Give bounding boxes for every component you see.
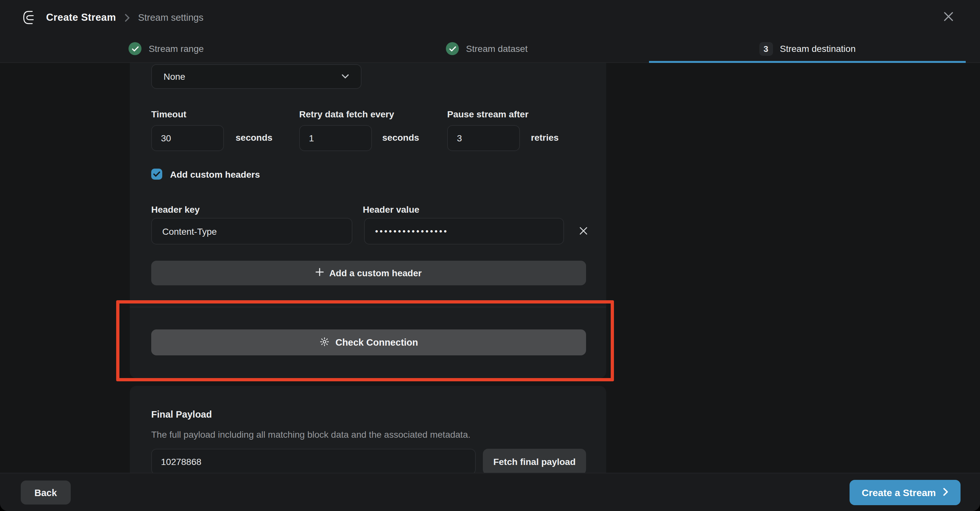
header-value-input[interactable]: [364, 218, 564, 244]
block-number-input[interactable]: [151, 449, 476, 473]
checkbox-label: Add custom headers: [170, 169, 260, 179]
header-value-label: Header value: [363, 204, 419, 215]
content-area: None Timeout seconds Retry data fetch ev…: [0, 63, 980, 473]
chevron-down-icon: [341, 74, 349, 79]
pause-input[interactable]: [447, 125, 520, 151]
add-custom-headers-checkbox[interactable]: Add custom headers: [151, 168, 260, 179]
check-connection-button[interactable]: Check Connection: [151, 329, 586, 355]
close-button[interactable]: [940, 8, 957, 27]
create-stream-modal: Create Stream Stream settings Stream ran…: [0, 0, 980, 511]
select-value: None: [164, 71, 185, 82]
final-payload-title: Final Payload: [151, 409, 212, 420]
screen: Create Stream Stream settings Stream ran…: [0, 0, 980, 511]
check-circle-icon: [129, 42, 142, 55]
compression-select[interactable]: None: [151, 64, 361, 89]
plus-icon: [316, 268, 324, 278]
pause-suffix: retries: [531, 132, 559, 143]
header-key-input[interactable]: [151, 218, 352, 244]
check-connection-label: Check Connection: [336, 337, 418, 348]
remove-icon: [579, 226, 588, 237]
timeout-suffix: seconds: [235, 132, 273, 143]
close-icon: [943, 11, 954, 24]
gear-icon: [319, 336, 330, 349]
add-custom-header-label: Add a custom header: [329, 268, 422, 278]
fetch-final-payload-button[interactable]: Fetch final payload: [483, 449, 586, 473]
titlebar: Create Stream Stream settings: [0, 0, 980, 35]
pause-label: Pause stream after: [447, 109, 529, 119]
remove-header-button[interactable]: [578, 225, 589, 239]
check-circle-icon: [446, 42, 459, 55]
back-button[interactable]: Back: [21, 481, 70, 505]
step-label: Stream range: [149, 43, 204, 54]
breadcrumb-chevron-icon: [124, 13, 129, 22]
create-stream-button[interactable]: Create a Stream: [850, 480, 961, 505]
step-stream-range[interactable]: Stream range: [8, 35, 325, 62]
add-custom-header-button[interactable]: Add a custom header: [151, 261, 586, 285]
timeout-input[interactable]: [151, 125, 224, 151]
step-label: Stream dataset: [466, 43, 528, 54]
header-key-label: Header key: [151, 204, 200, 215]
step-number-badge: 3: [759, 42, 773, 56]
stream-settings-panel: None Timeout seconds Retry data fetch ev…: [130, 63, 606, 378]
step-bar: Stream range Stream dataset 3 Stream des…: [0, 35, 980, 63]
retry-input[interactable]: [299, 125, 372, 151]
chevron-right-icon: [943, 487, 948, 498]
section-divider: [130, 307, 606, 307]
retry-label: Retry data fetch every: [299, 109, 394, 119]
retry-suffix: seconds: [382, 132, 419, 143]
page-title: Create Stream: [46, 12, 116, 23]
timeout-label: Timeout: [151, 109, 186, 119]
step-label: Stream destination: [780, 43, 855, 54]
streams-logo-icon: [22, 10, 38, 25]
final-payload-description: The full payload including all matching …: [151, 429, 471, 440]
checkbox-checked-icon: [151, 168, 162, 179]
footer-bar: Back Create a Stream: [0, 473, 980, 511]
final-payload-panel: Final Payload The full payload including…: [130, 386, 606, 473]
step-stream-destination[interactable]: 3 Stream destination: [649, 35, 966, 62]
breadcrumb: Stream settings: [138, 12, 204, 23]
create-stream-label: Create a Stream: [862, 487, 936, 498]
step-stream-dataset[interactable]: Stream dataset: [328, 35, 645, 62]
